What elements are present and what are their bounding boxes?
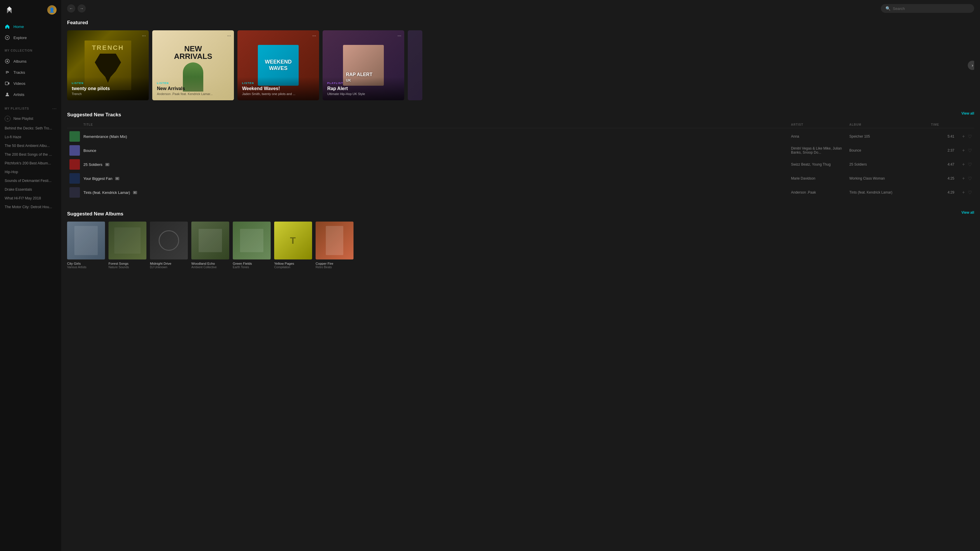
album-card-6[interactable]: T Yellow Pages Compilation (274, 222, 312, 269)
card-type-4: PLAYLIST (327, 82, 399, 84)
search-input[interactable] (893, 6, 969, 11)
user-avatar[interactable]: 👤 (47, 5, 57, 14)
playlists-label: MY PLAYLISTS (5, 107, 29, 110)
album-card-2[interactable]: Forest Songs Nature Sounds (108, 222, 146, 269)
sidebar-item-artists[interactable]: Artists (0, 89, 61, 100)
svg-rect-7 (5, 82, 8, 85)
table-row[interactable]: Remembrance (Main Mix)AnnaSpeicher 1055:… (67, 129, 974, 143)
featured-title: Featured (67, 17, 974, 25)
explore-label: Explore (13, 36, 27, 40)
album-card-1[interactable]: City Girls Various Artists (67, 222, 105, 269)
album-card-5[interactable]: Green Fields Earth Tones (233, 222, 270, 269)
playlists-more-button[interactable]: ··· (52, 106, 57, 111)
search-box[interactable]: 🔍 (881, 4, 974, 13)
table-row[interactable]: BounceDimitri Vegas & Like Mike, Julian … (67, 143, 974, 157)
featured-card-partial (408, 30, 422, 100)
album-card-4[interactable]: Woodland Echo Ambient Collective (191, 222, 229, 269)
track-time: 4:25 (931, 176, 955, 181)
albums-view-all-button[interactable]: View all (961, 211, 974, 214)
featured-card-waves[interactable]: WEEKENDWAVES ··· LISTEN Weekend Waves! J… (237, 30, 319, 100)
track-name: Tints (feat. Kendrick Lamar) (83, 191, 130, 195)
card-options-icon[interactable]: ··· (142, 33, 146, 38)
explicit-badge: E (133, 191, 137, 194)
table-row[interactable]: Tints (feat. Kendrick Lamar)EAnderson .P… (67, 186, 974, 199)
add-track-icon[interactable]: + (962, 162, 965, 167)
playlist-item-8[interactable]: What Hi-Fi? May 2018 (0, 194, 61, 203)
track-name: Bounce (83, 148, 96, 153)
card-subtitle-3: Jaden Smith, twenty one pilots and ... (242, 92, 314, 95)
albums-icon (5, 59, 10, 64)
playlist-item-7[interactable]: Drake Essentials (0, 185, 61, 194)
col-time: TIME (931, 123, 955, 126)
add-track-icon[interactable]: + (962, 190, 965, 195)
sidebar-item-tracks[interactable]: Tracks (0, 67, 61, 78)
sidebar-item-explore[interactable]: Explore (0, 32, 61, 43)
videos-label: Videos (13, 81, 25, 86)
like-track-icon[interactable]: ♡ (968, 162, 972, 167)
sidebar-item-home[interactable]: Home (0, 21, 61, 32)
playlist-item-2[interactable]: The 50 Best Ambient Albu... (0, 141, 61, 150)
track-name: Your Biggest Fan (83, 176, 112, 181)
like-track-icon[interactable]: ♡ (968, 134, 972, 139)
add-playlist-icon: + (5, 116, 11, 122)
playlist-list: Behind the Decks: Seth Tro...Lo-fi HazeT… (0, 124, 61, 211)
carousel-next-button[interactable]: › (968, 60, 974, 70)
track-thumb-2 (69, 159, 80, 170)
add-track-icon[interactable]: + (962, 134, 965, 139)
track-artist: Anna (791, 134, 850, 138)
card-title-2: New Arrivals (157, 86, 229, 91)
card-title-3: Weekend Waves! (242, 86, 314, 91)
track-thumb-4 (69, 187, 80, 198)
track-time: 4:29 (931, 191, 955, 194)
svg-point-4 (7, 37, 8, 38)
search-icon: 🔍 (886, 6, 891, 11)
track-thumb-1 (69, 145, 80, 156)
playlists-section-header: MY PLAYLISTS ··· (0, 101, 61, 113)
suggested-tracks-section: Suggested New Tracks View all TITLE ARTI… (61, 109, 980, 208)
track-artist: Swizz Beatz, Young Thug (791, 162, 850, 167)
card-title-4: Rap Alert (327, 86, 399, 91)
like-track-icon[interactable]: ♡ (968, 190, 972, 195)
like-track-icon[interactable]: ♡ (968, 176, 972, 181)
new-playlist-button[interactable]: + New Playlist (0, 113, 61, 124)
tracks-view-all-button[interactable]: View all (961, 111, 974, 116)
tracks-label: Tracks (13, 70, 25, 75)
playlist-item-3[interactable]: The 200 Best Songs of the ... (0, 150, 61, 159)
card-options-icon-2[interactable]: ··· (227, 33, 231, 38)
svg-point-8 (6, 93, 8, 94)
col-artist: ARTIST (791, 123, 850, 126)
sidebar-item-videos[interactable]: Videos (0, 78, 61, 89)
playlist-item-0[interactable]: Behind the Decks: Seth Tro... (0, 124, 61, 133)
playlist-item-5[interactable]: Hip-Hop (0, 168, 61, 176)
add-track-icon[interactable]: + (962, 148, 965, 153)
tidal-logo[interactable] (5, 5, 14, 14)
card-options-icon-4[interactable]: ··· (398, 33, 401, 38)
forward-button[interactable]: → (78, 5, 86, 13)
playlist-item-6[interactable]: Sounds of Dekmantel Festi... (0, 176, 61, 185)
back-button[interactable]: ← (67, 5, 75, 13)
table-row[interactable]: Your Biggest FanEMarie DavidsonWorking C… (67, 171, 974, 186)
sidebar-item-albums[interactable]: Albums (0, 56, 61, 67)
track-album: Working Class Woman (850, 176, 931, 181)
track-time: 2:37 (931, 148, 955, 152)
album-card-7[interactable]: Copper Fire Retro Beats (316, 222, 353, 269)
track-album: Tints (feat. Kendrick Lamar) (850, 191, 931, 194)
playlist-item-9[interactable]: The Motor City: Detroit Hou... (0, 203, 61, 211)
svg-point-6 (7, 60, 8, 62)
home-label: Home (13, 24, 24, 29)
like-track-icon[interactable]: ♡ (968, 148, 972, 153)
add-track-icon[interactable]: + (962, 176, 965, 181)
track-name: Remembrance (Main Mix) (83, 134, 127, 139)
playlist-item-1[interactable]: Lo-fi Haze (0, 133, 61, 141)
featured-card-arrivals[interactable]: NEWARRIVALS ··· LISTEN New Arrivals Ande… (152, 30, 234, 100)
albums-header: Suggested New Albums View all (67, 208, 974, 217)
table-row[interactable]: 25 SoldiersESwizz Beatz, Young Thug25 So… (67, 157, 974, 171)
featured-card-trench[interactable]: TRENCH ··· LISTEN twenty one pilots Tren… (67, 30, 149, 100)
card-options-icon-3[interactable]: ··· (312, 33, 316, 38)
sidebar: 👤 Home Explore MY COLLECTION (0, 0, 61, 551)
explore-icon (5, 35, 10, 40)
album-card-3[interactable]: Midnight Drive DJ Unknown (150, 222, 188, 269)
featured-card-rap[interactable]: RAP ALERTUK ··· PLAYLIST Rap Alert Ultim… (323, 30, 404, 100)
explicit-badge: E (105, 163, 110, 166)
playlist-item-4[interactable]: Pitchfork's 200 Best Album... (0, 159, 61, 168)
